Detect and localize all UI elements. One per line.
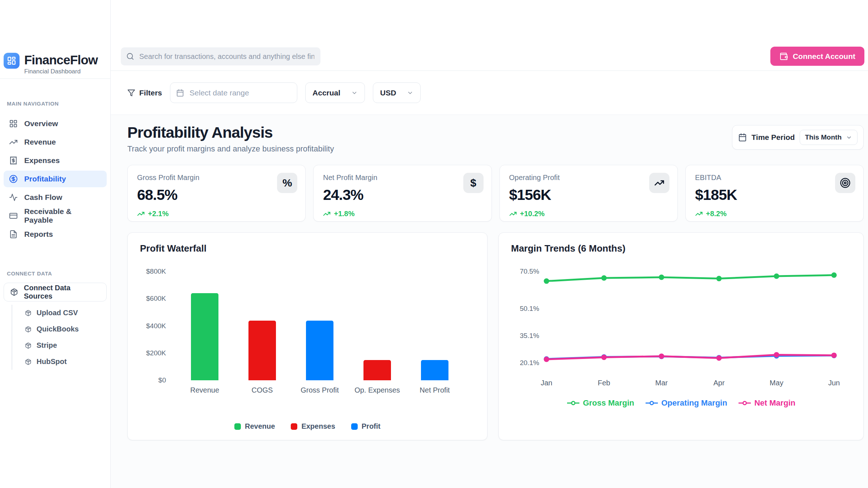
legend-item: Revenue bbox=[234, 422, 275, 431]
search-box[interactable] bbox=[121, 47, 320, 65]
data-point bbox=[601, 355, 607, 360]
legend-item: Net Margin bbox=[738, 398, 796, 408]
kpi-delta: +10.2% bbox=[509, 210, 668, 218]
sidebar-item-upload-csv[interactable]: Upload CSV bbox=[12, 305, 110, 321]
trending-up-icon bbox=[9, 138, 18, 146]
kpi-label: Net Profit Margin bbox=[323, 174, 482, 182]
data-source-label: HubSpot bbox=[37, 358, 67, 366]
sidebar-item-stripe[interactable]: Stripe bbox=[12, 337, 110, 354]
kpi-delta-value: +8.2% bbox=[706, 210, 727, 218]
wallet-icon bbox=[779, 52, 788, 61]
x-axis-label: May bbox=[755, 379, 798, 387]
kpi-card-net-profit-margin: Net Profit Margin 24.3% +1.8% $ bbox=[313, 165, 492, 222]
date-range-input[interactable] bbox=[189, 88, 291, 98]
margin-trends-chart: Margin Trends (6 Months) 70.5%50.1%35.1%… bbox=[498, 232, 864, 440]
x-axis-label: Feb bbox=[582, 379, 626, 387]
sidebar-item-receivable-payable[interactable]: Receivable & Payable bbox=[4, 207, 107, 224]
data-point bbox=[544, 357, 549, 362]
kpi-value: $185K bbox=[695, 187, 854, 204]
connect-data-sources-label: Connect Data Sources bbox=[24, 284, 100, 300]
legend-label: Profit bbox=[362, 422, 380, 431]
charts-row: Profit Waterfall $800K$600K$400K$200K$0R… bbox=[127, 232, 864, 440]
data-point bbox=[601, 275, 607, 281]
accounting-basis-select[interactable]: Accrual bbox=[305, 82, 365, 103]
calendar-icon bbox=[176, 89, 184, 97]
data-point bbox=[831, 353, 837, 358]
sidebar-item-overview[interactable]: Overview bbox=[4, 115, 107, 132]
data-point bbox=[659, 275, 664, 280]
top-bar: Connect Account bbox=[111, 0, 868, 71]
legend-item: Operating Margin bbox=[645, 398, 727, 408]
sidebar-item-revenue[interactable]: Revenue bbox=[4, 134, 107, 150]
x-axis-label: Jan bbox=[525, 379, 568, 387]
kpi-value: $156K bbox=[509, 187, 668, 204]
line-dot-icon bbox=[738, 400, 751, 406]
waterfall-bar-cogs bbox=[248, 321, 276, 381]
package-icon bbox=[25, 342, 31, 349]
kpi-delta: +8.2% bbox=[695, 210, 854, 218]
currency-select[interactable]: USD bbox=[373, 82, 421, 103]
sidebar: FinanceFlow Financial Dashboard MAIN NAV… bbox=[0, 0, 111, 488]
grid-icon bbox=[9, 119, 18, 128]
sidebar-item-profitability[interactable]: Profitability bbox=[4, 171, 107, 187]
kpi-label: Gross Profit Margin bbox=[137, 174, 296, 182]
sidebar-item-cash-flow[interactable]: Cash Flow bbox=[4, 189, 107, 206]
sidebar-item-label: Receivable & Payable bbox=[24, 207, 101, 224]
data-point bbox=[831, 273, 837, 278]
data-source-label: Upload CSV bbox=[37, 309, 78, 317]
kpi-value: 68.5% bbox=[137, 187, 296, 204]
sidebar-item-label: Expenses bbox=[24, 156, 60, 165]
nav-section-label: MAIN NAVIGATION bbox=[0, 100, 110, 107]
kpi-card-ebitda: EBITDA $185K +8.2% bbox=[685, 165, 864, 222]
page-title: Profitability Analysis bbox=[127, 124, 334, 141]
file-text-icon bbox=[9, 230, 18, 239]
dollar-icon: $ bbox=[463, 173, 484, 193]
data-point bbox=[716, 276, 722, 281]
legend-item: Gross Margin bbox=[567, 398, 634, 408]
app-logo: FinanceFlow Financial Dashboard bbox=[4, 53, 98, 75]
profit-waterfall-chart: Profit Waterfall $800K$600K$400K$200K$0R… bbox=[127, 232, 488, 440]
data-point bbox=[716, 355, 722, 361]
kpi-card-gross-profit-margin: Gross Profit Margin 68.5% +2.1% % bbox=[127, 165, 306, 222]
trending-up-icon bbox=[323, 210, 331, 218]
legend-item: Profit bbox=[351, 422, 380, 431]
legend-label: Expenses bbox=[301, 422, 335, 431]
filters-label: Filters bbox=[139, 89, 162, 97]
data-point bbox=[774, 274, 779, 279]
legend-label: Gross Margin bbox=[583, 398, 634, 408]
time-period-control: Time Period This Month bbox=[732, 125, 864, 150]
receipt-icon bbox=[9, 156, 18, 165]
filters-toggle[interactable]: Filters bbox=[127, 89, 162, 97]
app-subtitle: Financial Dashboard bbox=[24, 68, 98, 75]
search-input[interactable] bbox=[139, 52, 315, 61]
time-period-select[interactable]: This Month bbox=[800, 130, 858, 145]
legend-swatch bbox=[234, 423, 241, 430]
filter-bar: Filters Accrual USD bbox=[111, 71, 868, 115]
legend-label: Operating Margin bbox=[661, 398, 727, 408]
y-axis-tick: $0 bbox=[138, 376, 166, 384]
kpi-delta-value: +2.1% bbox=[148, 210, 169, 218]
connect-account-label: Connect Account bbox=[793, 52, 855, 61]
page-subtitle: Track your profit margins and analyze bu… bbox=[127, 144, 334, 154]
x-axis-label: Jun bbox=[812, 379, 856, 387]
trending-up-icon bbox=[695, 210, 703, 218]
margin-trends-svg bbox=[499, 233, 863, 440]
waterfall-plot: $800K$600K$400K$200K$0RevenueCOGSGross P… bbox=[128, 233, 487, 440]
sidebar-item-hubspot[interactable]: HubSpot bbox=[12, 354, 110, 370]
connect-data-sources-button[interactable]: Connect Data Sources bbox=[4, 283, 107, 301]
sidebar-item-expenses[interactable]: Expenses bbox=[4, 152, 107, 169]
credit-card-icon bbox=[9, 211, 18, 220]
sidebar-item-label: Profitability bbox=[24, 175, 66, 183]
waterfall-bar-op-expenses bbox=[363, 360, 391, 380]
connect-data-section-label: CONNECT DATA bbox=[0, 270, 110, 277]
data-source-label: Stripe bbox=[37, 341, 57, 350]
sidebar-item-reports[interactable]: Reports bbox=[4, 226, 107, 243]
data-point bbox=[544, 278, 549, 284]
x-axis-label: Apr bbox=[697, 379, 741, 387]
connect-account-button[interactable]: Connect Account bbox=[770, 47, 864, 66]
sidebar-item-quickbooks[interactable]: QuickBooks bbox=[12, 321, 110, 337]
y-axis-tick: $400K bbox=[138, 322, 166, 330]
date-range-picker[interactable] bbox=[170, 82, 297, 103]
line-series-gross-margin bbox=[546, 275, 834, 281]
x-axis-label: Revenue bbox=[176, 386, 234, 394]
